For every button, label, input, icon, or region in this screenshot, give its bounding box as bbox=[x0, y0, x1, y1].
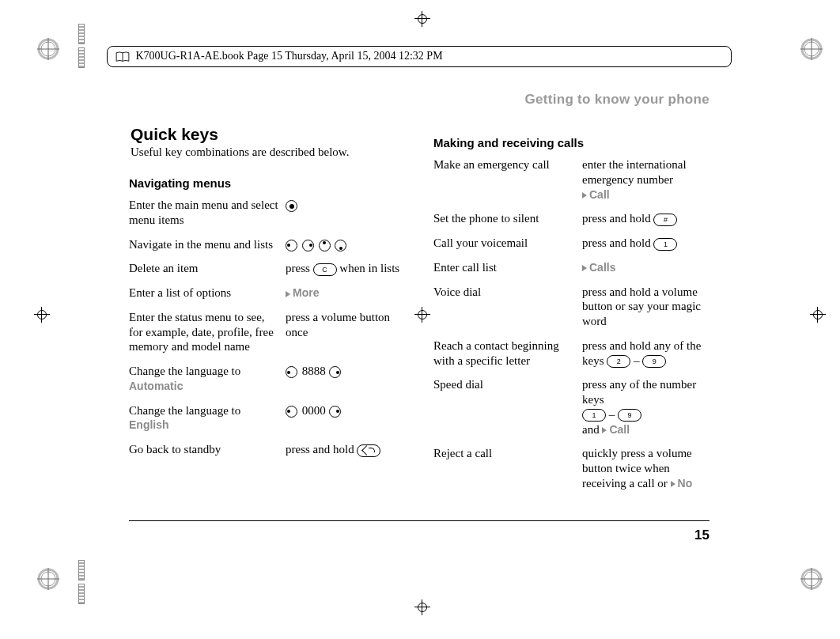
crop-mark bbox=[810, 307, 826, 323]
row-label: Enter the status menu to see, for exampl… bbox=[129, 310, 286, 354]
table-row: Set the phone to silent press and hold # bbox=[433, 211, 709, 226]
softkey-label: More bbox=[293, 286, 319, 299]
table-row: Call your voicemail press and hold 1 bbox=[433, 236, 709, 251]
registration-mark bbox=[37, 38, 59, 60]
text: press bbox=[286, 262, 313, 274]
row-action bbox=[286, 237, 405, 252]
row-action: quickly press a volume button twice when… bbox=[582, 446, 709, 490]
row-label: Make an emergency call bbox=[433, 157, 582, 172]
table-row: Voice dial press and hold a volume butto… bbox=[433, 285, 709, 329]
registration-mark bbox=[800, 568, 823, 590]
inline-label: English bbox=[129, 418, 169, 431]
page-number: 15 bbox=[694, 527, 709, 543]
text: press and hold bbox=[582, 236, 653, 249]
table-row: Delete an item press C when in lists bbox=[129, 261, 405, 276]
nav-left-icon bbox=[286, 366, 297, 378]
key-c: C bbox=[313, 263, 337, 276]
softkey-arrow-icon bbox=[582, 192, 587, 199]
nav-left-icon bbox=[286, 240, 297, 251]
registration-mark bbox=[37, 568, 59, 590]
key-1: 1 bbox=[582, 409, 606, 422]
row-label: Enter a list of options bbox=[129, 285, 286, 301]
row-action: 8888 bbox=[286, 364, 405, 379]
row-label: Enter the main menu and select menu item… bbox=[129, 198, 286, 228]
intro-text: Useful key combinations are described be… bbox=[131, 146, 405, 159]
row-label: Change the language to Automatic bbox=[129, 364, 286, 394]
inline-label: Automatic bbox=[129, 380, 183, 392]
row-label: Reach a contact beginning with a specifi… bbox=[433, 338, 582, 369]
row-label: Navigate in the menu and lists bbox=[129, 237, 286, 252]
sep: – bbox=[606, 408, 618, 421]
table-row: Change the language to English 0000 bbox=[129, 403, 405, 433]
left-column: Quick keys Useful key combinations are d… bbox=[129, 125, 405, 510]
row-action bbox=[286, 198, 405, 213]
row-label: Speed dial bbox=[433, 377, 582, 392]
row-action: press and hold # bbox=[582, 211, 709, 226]
row-label: Set the phone to silent bbox=[433, 211, 582, 226]
trim-bar bbox=[78, 560, 83, 604]
row-action: Calls bbox=[582, 260, 709, 275]
key-9: 9 bbox=[618, 409, 641, 422]
crop-mark bbox=[414, 11, 430, 27]
table-row: Navigate in the menu and lists bbox=[129, 237, 405, 252]
table-row: Reject a call quickly press a volume but… bbox=[433, 446, 709, 490]
row-action: press and hold a volume button or say yo… bbox=[582, 285, 709, 329]
nav-right-icon bbox=[302, 240, 314, 251]
table-row: Enter a list of options More bbox=[129, 285, 405, 301]
key-1: 1 bbox=[653, 238, 677, 251]
content-area: Quick keys Useful key combinations are d… bbox=[129, 125, 709, 510]
header-meta-text: K700UG-R1A-AE.book Page 15 Thursday, Apr… bbox=[136, 50, 443, 62]
page: K700UG-R1A-AE.book Page 15 Thursday, Apr… bbox=[83, 32, 755, 550]
row-label: Call your voicemail bbox=[433, 236, 582, 251]
softkey-arrow-icon bbox=[671, 481, 675, 487]
text: and bbox=[582, 423, 602, 436]
code-text: 0000 bbox=[302, 404, 326, 417]
row-action: press and hold bbox=[286, 442, 405, 457]
row-label: Voice dial bbox=[433, 285, 582, 300]
running-head: Getting to know your phone bbox=[524, 92, 709, 108]
row-action: press C when in lists bbox=[286, 261, 405, 276]
crop-mark bbox=[34, 307, 50, 323]
row-action: enter the international emergency number… bbox=[582, 157, 709, 202]
table-row: Enter the main menu and select menu item… bbox=[129, 198, 405, 228]
text: when in lists bbox=[339, 262, 399, 274]
header-meta-bar: K700UG-R1A-AE.book Page 15 Thursday, Apr… bbox=[107, 46, 732, 67]
table-row: Go back to standby press and hold bbox=[129, 442, 405, 457]
subheading-navigating: Navigating menus bbox=[129, 176, 405, 190]
text: press any of the number keys bbox=[582, 378, 696, 406]
table-row: Reach a contact beginning with a specifi… bbox=[433, 338, 709, 369]
book-icon bbox=[115, 51, 130, 62]
nav-down-icon bbox=[335, 240, 346, 251]
key-hash: # bbox=[653, 214, 677, 226]
row-action: press a volume button once bbox=[286, 310, 405, 340]
row-label: Reject a call bbox=[433, 446, 582, 461]
row-action: press any of the number keys 1 – 9 and C… bbox=[582, 377, 709, 437]
row-label: Go back to standby bbox=[129, 442, 286, 457]
key-9: 9 bbox=[642, 355, 666, 368]
text: enter the international emergency number bbox=[582, 158, 687, 186]
text: press and hold bbox=[286, 443, 357, 456]
nav-center-icon bbox=[286, 200, 297, 212]
table-row: Speed dial press any of the number keys … bbox=[433, 377, 709, 437]
table-row: Change the language to Automatic 8888 bbox=[129, 364, 405, 394]
row-action: press and hold any of the keys 2 – 9 bbox=[582, 338, 709, 369]
softkey-label: No bbox=[678, 477, 693, 490]
right-column: Making and receiving calls Make an emerg… bbox=[433, 125, 709, 510]
code-text: 8888 bbox=[302, 365, 326, 377]
text: press and hold bbox=[582, 212, 653, 225]
nav-right-icon bbox=[329, 406, 341, 418]
key-back bbox=[357, 444, 380, 457]
nav-left-icon bbox=[286, 406, 297, 418]
row-action: 0000 bbox=[286, 403, 405, 418]
page-title: Quick keys bbox=[131, 125, 405, 144]
softkey-label: Call bbox=[609, 423, 630, 436]
softkey-label: Calls bbox=[589, 261, 615, 274]
nav-table: Enter the main menu and select menu item… bbox=[129, 198, 405, 457]
nav-up-icon bbox=[319, 240, 331, 251]
softkey-label: Call bbox=[589, 188, 610, 201]
softkey-arrow-icon bbox=[582, 265, 587, 271]
text: Change the language to bbox=[129, 404, 240, 417]
text: quickly press a volume button twice when… bbox=[582, 447, 692, 490]
nav-right-icon bbox=[329, 366, 341, 378]
table-row: Enter the status menu to see, for exampl… bbox=[129, 310, 405, 354]
